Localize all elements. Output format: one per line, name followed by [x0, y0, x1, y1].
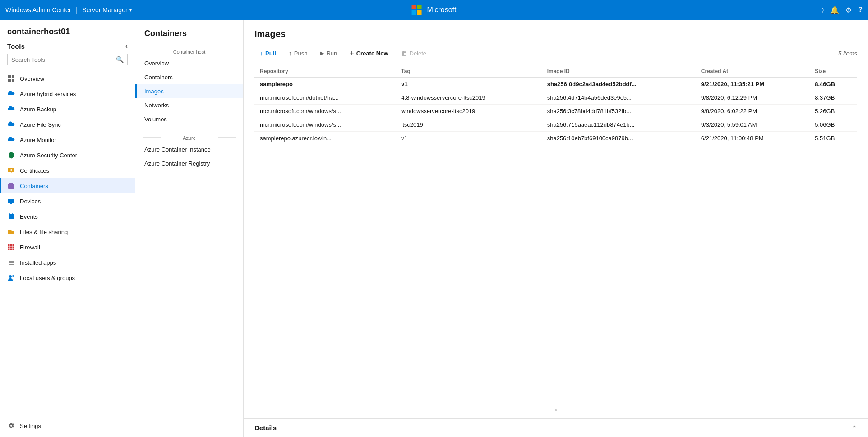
main-layout: containerhost01 Tools ‹ 🔍 Overview — [0, 20, 868, 437]
svg-point-22 — [12, 275, 14, 277]
col-image-id: Image ID — [542, 65, 696, 78]
sidebar-item-label: Azure File Sync — [20, 121, 61, 128]
app-title: Windows Admin Center — [5, 6, 71, 14]
chevron-up-icon: ⌃ — [852, 424, 857, 432]
sidebar-item-azure-backup[interactable]: Azure Backup — [0, 101, 135, 117]
sidebar-item-installed-apps[interactable]: Installed apps — [0, 255, 135, 270]
shield-icon — [7, 151, 15, 159]
sidebar-item-local-users[interactable]: Local users & groups — [0, 270, 135, 285]
apps-icon — [7, 258, 15, 267]
svg-rect-8 — [8, 199, 14, 203]
cell-created_at: 9/3/2020, 5:59:01 AM — [696, 118, 809, 132]
topbar: Windows Admin Center | Server Manager ▾ … — [0, 0, 868, 20]
cell-repository: samplerepo.azurecr.io/vin... — [254, 132, 396, 145]
container-host-label: Container host — [135, 46, 243, 56]
sidebar-item-firewall[interactable]: Firewall — [0, 239, 135, 255]
server-name: containerhost01 — [7, 27, 128, 37]
search-input[interactable] — [11, 56, 113, 63]
panel-nav-overview[interactable]: Overview — [135, 56, 243, 70]
firewall-icon — [7, 243, 15, 251]
topbar-right: 〉 🔔 ⚙ ? — [822, 6, 863, 14]
panel-nav-acr[interactable]: Azure Container Registry — [135, 156, 243, 170]
tools-label: Tools ‹ — [7, 42, 128, 50]
brand-name: Microsoft — [427, 6, 457, 14]
cell-repository: samplerepo — [254, 78, 396, 91]
table-row[interactable]: samplerepo.azurecr.io/vin...v1sha256:10e… — [254, 132, 857, 145]
cell-image_id: sha256:4d714b4a56ded3e9e5... — [542, 91, 696, 105]
topbar-left: Windows Admin Center | Server Manager ▾ — [5, 5, 132, 15]
cell-tag: windowsservercore-ltsc2019 — [396, 105, 541, 118]
sidebar-item-label: Azure Backup — [20, 106, 56, 113]
sidebar-item-azure-security[interactable]: Azure Security Center — [0, 147, 135, 163]
sidebar-item-label: Certificates — [20, 167, 49, 174]
cell-created_at: 9/8/2020, 6:02:22 PM — [696, 105, 809, 118]
cell-image_id: sha256:0d9c2a43ad4ed52bddf... — [542, 78, 696, 91]
sidebar-item-certificates[interactable]: Certificates — [0, 163, 135, 178]
sidebar-item-files[interactable]: Files & file sharing — [0, 224, 135, 239]
divider-dot: • — [244, 403, 868, 418]
cell-repository: mcr.microsoft.com/dotnet/fra... — [254, 91, 396, 105]
cell-tag: v1 — [396, 78, 541, 91]
run-button[interactable]: ▶ Run — [314, 47, 342, 60]
details-section[interactable]: Details ⌃ — [244, 418, 868, 437]
cell-tag: 4.8-windowsservercore-ltsc2019 — [396, 91, 541, 105]
table-row[interactable]: mcr.microsoft.com/dotnet/fra...4.8-windo… — [254, 91, 857, 105]
panel-nav-volumes[interactable]: Volumes — [135, 112, 243, 126]
panel-nav-aci[interactable]: Azure Container Instance — [135, 143, 243, 156]
panel-nav-networks[interactable]: Networks — [135, 98, 243, 112]
panel-nav-containers[interactable]: Containers — [135, 70, 243, 84]
topbar-center: Microsoft — [412, 5, 457, 15]
sidebar-item-overview[interactable]: Overview — [0, 71, 135, 86]
sidebar-item-azure-file[interactable]: Azure File Sync — [0, 117, 135, 132]
notification-icon[interactable]: 🔔 — [830, 6, 839, 14]
cloud-backup-icon — [7, 105, 15, 113]
settings-nav-item[interactable]: Settings — [7, 418, 128, 433]
sidebar-item-label: Installed apps — [20, 259, 56, 266]
delete-button[interactable]: 🗑 Delete — [396, 47, 432, 60]
cloud-sync-icon — [7, 120, 15, 129]
azure-label: Azure — [135, 132, 243, 143]
help-icon[interactable]: ? — [858, 6, 863, 14]
cell-size: 8.46GB — [809, 78, 857, 91]
sidebar-item-label: Containers — [20, 183, 48, 189]
cell-repository: mcr.microsoft.com/windows/s... — [254, 105, 396, 118]
sidebar-item-containers[interactable]: Containers — [0, 178, 135, 193]
sidebar-item-devices[interactable]: Devices — [0, 193, 135, 209]
images-title: Images — [254, 29, 857, 39]
cell-tag: v1 — [396, 132, 541, 145]
sidebar-item-azure-monitor[interactable]: Azure Monitor — [0, 132, 135, 147]
panel-nav-images[interactable]: Images — [135, 84, 243, 98]
sidebar-item-label: Events — [20, 213, 38, 220]
table-row[interactable]: mcr.microsoft.com/windows/s...ltsc2019sh… — [254, 118, 857, 132]
sidebar-item-label: Azure hybrid services — [20, 91, 76, 97]
table-row[interactable]: samplerepov1sha256:0d9c2a43ad4ed52bddf..… — [254, 78, 857, 91]
settings-icon[interactable]: ⚙ — [845, 6, 852, 14]
cell-image_id: sha256:10eb7bf69100ca9879b... — [542, 132, 696, 145]
run-play-icon: ▶ — [320, 50, 324, 56]
sidebar-header: containerhost01 Tools ‹ 🔍 — [0, 20, 135, 69]
svg-rect-1 — [12, 75, 14, 78]
pull-button[interactable]: ↓ Pull — [254, 47, 282, 60]
col-repository: Repository — [254, 65, 396, 78]
svg-rect-10 — [9, 214, 14, 219]
sidebar-item-label: Files & file sharing — [20, 229, 68, 235]
push-up-icon: ↑ — [289, 50, 292, 57]
search-icon[interactable]: 🔍 — [116, 56, 124, 63]
collapse-button[interactable]: ‹ — [125, 42, 128, 50]
monitor-icon — [7, 136, 15, 144]
cell-created_at: 9/8/2020, 6:12:29 PM — [696, 91, 809, 105]
create-new-button[interactable]: + Create New — [344, 46, 393, 60]
svg-rect-9 — [10, 203, 12, 204]
trash-icon: 🗑 — [401, 50, 407, 57]
server-manager-label[interactable]: Server Manager ▾ — [82, 6, 131, 14]
sidebar-item-label: Firewall — [20, 244, 40, 251]
svg-rect-2 — [8, 79, 11, 82]
push-button[interactable]: ↑ Push — [283, 47, 313, 60]
device-icon — [7, 197, 15, 205]
sidebar-item-events[interactable]: Events — [0, 209, 135, 224]
col-created-at: Created At — [696, 65, 809, 78]
table-row[interactable]: mcr.microsoft.com/windows/s...windowsser… — [254, 105, 857, 118]
cell-tag: ltsc2019 — [396, 118, 541, 132]
sidebar-item-azure-hybrid[interactable]: Azure hybrid services — [0, 86, 135, 101]
terminal-icon[interactable]: 〉 — [822, 6, 824, 14]
